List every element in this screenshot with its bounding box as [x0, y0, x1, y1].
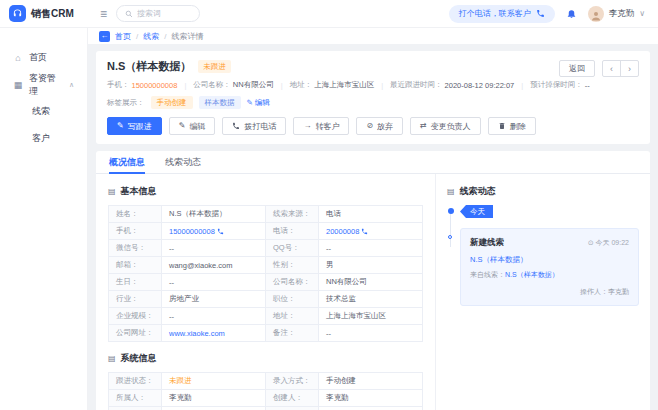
breadcrumb-item-首页[interactable]: 首页 — [115, 31, 131, 42]
activity-panel: ▤ 线索动态 今天 新建线索⊙今天 09:22N.S（样本数据）来自线索：N.S… — [436, 174, 650, 410]
field-label: 公司名称： — [266, 274, 319, 291]
back-button[interactable]: 返回 — [559, 60, 595, 77]
info-label: 预计掉保时间： — [530, 80, 583, 90]
website-link[interactable]: www.xiaoke.com — [169, 329, 225, 338]
lead-info-2: 地址：上海上海市宝山区 — [290, 80, 375, 90]
button-label: 编辑 — [189, 121, 205, 132]
basic-info-row: 公司网址：www.xiaoke.com备注：-- — [109, 325, 423, 342]
拨打电话-button[interactable]: 拨打电话 — [222, 117, 286, 135]
sidebar-item-客户[interactable]: 客户 — [0, 125, 87, 152]
sidebar-item-首页[interactable]: ⌂首页 — [0, 44, 87, 71]
clock-icon: ⊙ — [588, 239, 594, 247]
lead-info-3: 最近跟进时间：2020-08-12 09:22:07 — [390, 80, 514, 90]
global-search[interactable] — [116, 5, 200, 22]
system-info-row: 跟进状态：未跟进录入方式：手动创建 — [109, 373, 423, 390]
field-label: 姓名： — [109, 206, 162, 223]
field-label: 跟进状态： — [109, 373, 162, 390]
info-value: NN有限公司 — [233, 80, 274, 90]
info-value: -- — [585, 81, 590, 90]
lead-tag: 样本数据 — [199, 96, 241, 109]
phone-icon — [215, 227, 224, 236]
prev-record-button[interactable]: ‹ — [603, 61, 620, 76]
breadcrumb-item-线索详情: 线索详情 — [171, 31, 203, 42]
编辑-button[interactable]: ✎编辑 — [169, 117, 216, 135]
basic-info-row: 行业：房地产业职位：技术总监 — [109, 291, 423, 308]
field-value: NN有限公司 — [319, 274, 423, 291]
menu-fold-icon[interactable]: ≡ — [100, 8, 107, 20]
home-icon: ⌂ — [13, 53, 23, 63]
transfer-icon: → — [303, 122, 311, 130]
breadcrumb-item-线索[interactable]: 线索 — [143, 31, 159, 42]
tab-概况信息[interactable]: 概况信息 — [109, 151, 145, 173]
field-label: 线索来源： — [266, 206, 319, 223]
event-meta: 来自线索：N.S（样本数据） — [470, 270, 629, 280]
变更负责人-button[interactable]: ⇄变更负责人 — [410, 117, 481, 135]
back-arrow-icon[interactable]: ← — [99, 31, 110, 42]
sidebar-item-客资管理[interactable]: ▦客资管理∧ — [0, 71, 87, 98]
field-value: 未跟进 — [162, 373, 266, 390]
button-label: 删除 — [510, 121, 526, 132]
放弃-button[interactable]: ⊘放弃 — [356, 117, 403, 135]
lead-info-1: 公司名称：NN有限公司 — [193, 80, 273, 90]
grid-icon: ▦ — [13, 80, 23, 90]
tags-label: 标签展示： — [107, 98, 145, 108]
sidebar-item-线索[interactable]: 线索 — [0, 98, 87, 125]
field-value: 李克勤 — [319, 390, 423, 407]
field-value: 2020-08-12 09:22:07 — [319, 407, 423, 410]
chevron-up-icon: ∧ — [69, 81, 74, 89]
tab-线索动态[interactable]: 线索动态 — [165, 151, 201, 173]
make-call-label: 打个电话，联系客户 — [459, 8, 531, 19]
info-separator: | — [184, 81, 186, 90]
phone-link[interactable]: 15000000008 — [169, 227, 224, 236]
field-label: 所属人： — [109, 390, 162, 407]
basic-info-row: 姓名：N.S（样本数据）线索来源：电话 — [109, 206, 423, 223]
user-menu[interactable]: 李克勤 ∨ — [588, 6, 645, 22]
field-value: 15000000008 — [162, 223, 266, 240]
field-label: 创建人： — [266, 390, 319, 407]
record-pager: ‹ › — [602, 60, 639, 77]
field-label: 创建时间： — [109, 407, 162, 410]
event-lead-link[interactable]: N.S（样本数据） — [470, 255, 629, 265]
user-name: 李克勤 — [609, 8, 635, 20]
写跟进-button[interactable]: ✎写跟进 — [107, 117, 162, 135]
next-record-button[interactable]: › — [620, 61, 638, 76]
breadcrumb-separator: / — [164, 32, 166, 41]
field-label: 电话： — [266, 223, 319, 240]
field-label: 邮箱： — [109, 257, 162, 274]
field-label: 微信号： — [109, 240, 162, 257]
make-call-button[interactable]: 打个电话，联系客户 — [449, 5, 555, 23]
sidebar-item-label: 客资管理 — [29, 72, 63, 98]
section-icon: ▤ — [108, 187, 116, 196]
phone-link[interactable]: 20000008 — [326, 227, 368, 236]
search-input[interactable] — [137, 9, 189, 18]
field-label: 最近修改时间： — [266, 407, 319, 410]
pencil-icon: ✎ — [247, 98, 253, 107]
lead-status-badge: 未跟进 — [198, 60, 231, 73]
notification-bell-icon[interactable] — [566, 8, 577, 19]
info-label: 地址： — [290, 80, 313, 90]
phone-icon — [536, 9, 545, 18]
info-separator: | — [381, 81, 383, 90]
info-label: 最近跟进时间： — [390, 80, 443, 90]
删除-button[interactable]: 删除 — [488, 117, 536, 135]
pencil-icon: ✎ — [117, 122, 124, 130]
转客户-button[interactable]: →转客户 — [293, 117, 349, 135]
basic-info-row: 微信号：--QQ号：-- — [109, 240, 423, 257]
field-label: 行业： — [109, 291, 162, 308]
phone-icon — [232, 122, 240, 130]
lead-tags-row: 标签展示： 手动创建样本数据 ✎ 编辑 — [107, 96, 639, 109]
content-area: ←首页/线索/线索详情 N.S（样本数据） 未跟进 手机：15000000008… — [88, 28, 658, 410]
field-label: 公司网址： — [109, 325, 162, 342]
button-label: 放弃 — [377, 121, 393, 132]
search-icon — [125, 10, 133, 18]
avatar — [588, 6, 604, 22]
basic-info-section-title: ▤ 基本信息 — [108, 185, 423, 198]
edit-tags-link[interactable]: ✎ 编辑 — [247, 98, 270, 108]
chevron-down-icon: ∨ — [639, 9, 645, 18]
button-label: 转客户 — [315, 121, 339, 132]
topbar: 销售CRM ≡ 打个电话，联系客户 李克勤 ∨ — [0, 0, 658, 28]
app-logo: 销售CRM — [0, 5, 88, 22]
ban-icon: ⊘ — [366, 122, 373, 130]
event-meta-link[interactable]: N.S（样本数据） — [505, 271, 559, 278]
status-value: 未跟进 — [169, 376, 192, 385]
